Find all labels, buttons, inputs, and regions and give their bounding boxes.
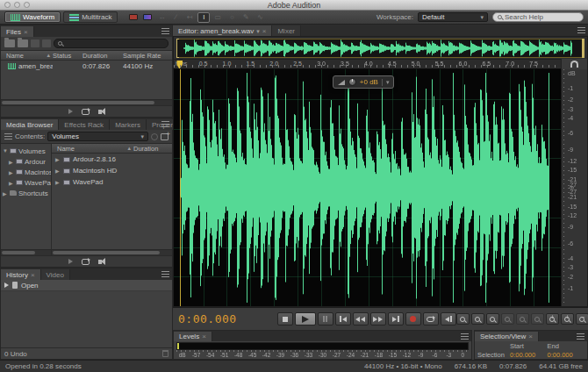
panel-menu-icon[interactable] bbox=[461, 333, 469, 340]
tab-mixer[interactable]: Mixer bbox=[272, 25, 301, 36]
close-icon[interactable] bbox=[31, 271, 35, 279]
gain-knob[interactable] bbox=[348, 78, 356, 86]
close-icon[interactable] bbox=[24, 28, 28, 36]
tree-item-macintosh[interactable]: ▶ Macintosh bbox=[1, 167, 51, 177]
window-close-button[interactable] bbox=[4, 2, 11, 8]
level-meter[interactable] bbox=[176, 342, 469, 350]
paintbrush-tool-button[interactable]: ✎ bbox=[240, 12, 252, 23]
add-shortcut-icon[interactable] bbox=[161, 133, 169, 140]
column-header-name[interactable]: Name bbox=[1, 52, 53, 60]
rewind-button[interactable] bbox=[353, 312, 369, 326]
zoom-out-button[interactable] bbox=[576, 313, 588, 325]
loop-playback-icon[interactable] bbox=[82, 109, 90, 115]
panel-menu-icon[interactable] bbox=[161, 121, 169, 127]
skip-to-end-button[interactable] bbox=[388, 312, 404, 326]
zoom-selection-button[interactable] bbox=[486, 313, 499, 325]
contents-select[interactable]: Volumes bbox=[47, 132, 148, 141]
close-icon[interactable] bbox=[202, 333, 206, 340]
file-row[interactable]: amen_break.wav 0:07.826 44100 Hz bbox=[1, 61, 172, 71]
waveform-canvas[interactable] bbox=[174, 69, 561, 306]
close-icon[interactable] bbox=[528, 333, 533, 340]
list-item-ardour[interactable]: ▶ Ardour-2.8.16 bbox=[52, 154, 172, 165]
tree-item-shortcuts[interactable]: ▶ Shortcuts bbox=[1, 188, 51, 198]
panel-menu-icon[interactable] bbox=[161, 28, 169, 34]
gain-value[interactable]: +0 dB bbox=[360, 78, 378, 86]
skip-selection-button[interactable] bbox=[441, 312, 456, 326]
tree-item-ardour[interactable]: ▶ Ardour bbox=[1, 156, 51, 167]
fast-forward-button[interactable] bbox=[370, 312, 386, 326]
tab-video[interactable]: Video bbox=[41, 269, 70, 280]
playback-time-display[interactable]: 0:00.000 bbox=[178, 312, 237, 326]
column-header-name[interactable]: Name bbox=[52, 145, 133, 153]
history-item-open[interactable]: Open bbox=[1, 280, 172, 291]
panel-menu-icon[interactable] bbox=[161, 271, 169, 277]
tab-levels[interactable]: Levels bbox=[174, 332, 212, 341]
selection-end-value[interactable]: 0:00.000 bbox=[548, 351, 585, 359]
tree-item-wavepad[interactable]: ▶ WavePad bbox=[1, 177, 51, 188]
selection-start-value[interactable]: 0:00.000 bbox=[510, 351, 548, 359]
disclosure-closed-icon[interactable]: ▶ bbox=[55, 156, 61, 162]
close-icon[interactable] bbox=[262, 27, 267, 35]
zoom-reset-button[interactable] bbox=[531, 313, 544, 325]
panel-menu-icon[interactable] bbox=[577, 333, 584, 340]
overview-waveform[interactable] bbox=[177, 39, 584, 57]
disclosure-closed-icon[interactable]: ▶ bbox=[55, 168, 61, 174]
disclosure-closed-icon[interactable]: ▶ bbox=[9, 180, 14, 186]
insert-multitrack-icon[interactable] bbox=[42, 39, 51, 47]
refresh-icon[interactable] bbox=[151, 133, 158, 140]
tab-history[interactable]: History bbox=[1, 269, 41, 280]
move-tool-button[interactable]: ↔ bbox=[155, 12, 168, 23]
workspace-select[interactable]: Default bbox=[418, 12, 488, 22]
tab-files[interactable]: Files bbox=[1, 26, 34, 37]
tab-markers[interactable]: Markers bbox=[110, 119, 147, 130]
loop-playback-button[interactable] bbox=[423, 312, 439, 326]
pause-button[interactable] bbox=[318, 312, 333, 326]
column-header-duration[interactable]: Duration bbox=[133, 145, 172, 153]
zoom-in-button[interactable] bbox=[546, 313, 559, 325]
window-minimize-button[interactable] bbox=[14, 2, 20, 8]
auto-play-speaker-icon[interactable] bbox=[98, 260, 102, 264]
playhead-handle[interactable] bbox=[176, 61, 183, 69]
disclosure-closed-icon[interactable]: ▶ bbox=[9, 159, 14, 165]
column-header-duration[interactable]: Duration bbox=[82, 52, 123, 60]
list-item-wavepad[interactable]: ▶ WavePad bbox=[52, 176, 172, 188]
tree-item-volumes[interactable]: ▼ Volumes bbox=[1, 146, 51, 156]
search-help-input[interactable]: Search Help bbox=[492, 12, 584, 22]
auto-play-speaker-icon[interactable] bbox=[98, 110, 102, 114]
preview-play-icon[interactable] bbox=[68, 259, 73, 264]
zoom-out-amplitude-button[interactable] bbox=[516, 313, 529, 325]
show-waveform-button[interactable] bbox=[127, 12, 140, 23]
new-file-icon[interactable] bbox=[31, 39, 39, 47]
disclosure-closed-icon[interactable]: ▶ bbox=[3, 190, 8, 197]
snap-button[interactable] bbox=[561, 59, 587, 69]
zoom-in-full-button[interactable] bbox=[561, 313, 574, 325]
skip-to-start-button[interactable] bbox=[335, 312, 351, 326]
tree-horizontal-scrollbar[interactable] bbox=[1, 249, 51, 255]
disclosure-open-icon[interactable]: ▼ bbox=[3, 148, 8, 154]
show-spectral-button[interactable] bbox=[141, 12, 154, 23]
volume-hud[interactable]: +0 dB ▾ bbox=[333, 75, 395, 89]
open-file-icon[interactable] bbox=[4, 39, 15, 47]
lasso-selection-tool-button[interactable]: ○ bbox=[226, 12, 238, 23]
tab-media-browser[interactable]: Media Browser bbox=[1, 119, 59, 130]
slip-tool-button[interactable]: ↤ bbox=[183, 12, 196, 23]
hud-flyout-icon[interactable]: ▾ bbox=[382, 79, 390, 86]
loop-playback-icon[interactable] bbox=[82, 259, 90, 265]
files-search-input[interactable] bbox=[54, 39, 169, 48]
column-header-status[interactable]: Status bbox=[53, 52, 82, 60]
zoom-out-point-button[interactable] bbox=[471, 313, 484, 325]
stop-button[interactable] bbox=[277, 312, 293, 326]
window-zoom-button[interactable] bbox=[24, 2, 30, 8]
chevron-down-icon[interactable] bbox=[256, 27, 260, 35]
panel-menu-icon[interactable] bbox=[577, 27, 585, 33]
razor-tool-button[interactable]: ∕ bbox=[169, 12, 182, 23]
preview-play-icon[interactable] bbox=[68, 109, 73, 114]
disclosure-closed-icon[interactable]: ▶ bbox=[55, 179, 61, 185]
files-horizontal-scrollbar[interactable] bbox=[1, 99, 172, 105]
amplitude-ruler[interactable]: dB-1-2-3-4-6-9-12-15-21-27-∞-27-21-15-12… bbox=[561, 69, 587, 306]
tab-selection-view[interactable]: Selection/View bbox=[475, 332, 539, 341]
timeline-ruler[interactable]: hms 0.51.01.52.02.53.03.54.04.55.05.56.0… bbox=[174, 59, 561, 69]
disclosure-closed-icon[interactable]: ▶ bbox=[9, 169, 14, 175]
time-selection-tool-button[interactable]: I bbox=[197, 12, 210, 23]
list-view-icon[interactable] bbox=[4, 133, 12, 140]
